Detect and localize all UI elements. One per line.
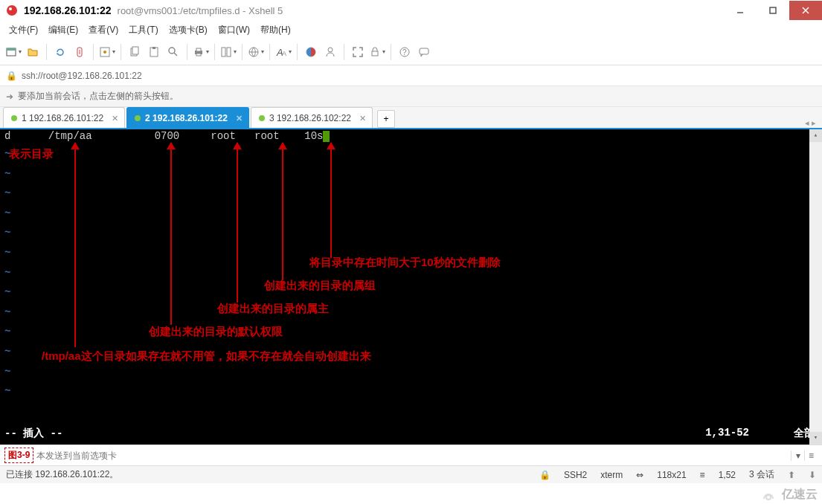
hint-bar: ➜ 要添加当前会话，点击左侧的箭头按钮。: [0, 86, 822, 107]
tab-add-button[interactable]: +: [377, 110, 395, 128]
tab-close-icon[interactable]: ✕: [112, 114, 118, 123]
lock-button[interactable]: [368, 43, 386, 61]
compose-bar: 图3-9 ▾ ≡: [0, 445, 822, 465]
tab-close-icon[interactable]: ✕: [359, 114, 366, 123]
svg-rect-19: [196, 48, 201, 51]
menu-tools[interactable]: 工具(T): [129, 24, 158, 36]
reconnect-button[interactable]: [51, 43, 69, 61]
menu-file[interactable]: 文件(F): [9, 24, 38, 36]
status-dot-icon: [259, 115, 265, 121]
annotation-owner: 创建出来的目录的属主: [217, 302, 329, 316]
scrollbar-track[interactable]: [809, 142, 822, 432]
open-button[interactable]: [24, 43, 42, 61]
annotation-group: 创建出来的目录的属组: [264, 279, 376, 293]
menu-tab[interactable]: 选项卡(B): [169, 24, 208, 36]
svg-point-11: [103, 51, 106, 54]
layout-button[interactable]: [219, 43, 237, 61]
tab-label: 3 192.168.26.102:22: [269, 113, 351, 123]
terminal-status: -- 插入 -- 1,31-52 全部: [4, 427, 815, 440]
session-down-icon[interactable]: ⬇: [809, 470, 816, 480]
compose-input[interactable]: [36, 450, 791, 461]
tab-label: 2 192.168.26.101:22: [145, 113, 228, 123]
find-button[interactable]: [164, 43, 182, 61]
help-button[interactable]: ?: [396, 43, 414, 61]
figure-label: 图3-9: [4, 448, 33, 463]
scrollbar[interactable]: ▴ ▾: [809, 129, 822, 445]
chat-button[interactable]: [415, 43, 433, 61]
toolbar: AA ?: [0, 39, 822, 65]
title-main: 192.168.26.101:22: [24, 4, 112, 16]
terminal-tildes: ~ ~ ~ ~ ~ ~ ~ ~ ~ ~ ~ ~ ~: [4, 144, 10, 401]
svg-rect-15: [152, 47, 155, 49]
status-connection: 已连接 192.168.26.101:22。: [6, 468, 526, 481]
menu-bar: 文件(F) 编辑(E) 查看(V) 工具(T) 选项卡(B) 窗口(W) 帮助(…: [0, 21, 822, 39]
menu-view[interactable]: 查看(V): [89, 24, 118, 36]
lock-icon: 🔒: [539, 470, 550, 480]
arrow-icon: [74, 143, 76, 347]
tab-2[interactable]: 2 192.168.26.101:22 ✕: [126, 107, 249, 128]
status-term: xterm: [600, 470, 623, 480]
svg-text:A: A: [282, 50, 286, 57]
cursor: [323, 131, 330, 142]
window-controls: [724, 1, 822, 20]
svg-rect-20: [196, 54, 201, 56]
session-up-icon[interactable]: ⬆: [788, 470, 795, 480]
title-sub: root@vms001:/etc/tmpfiles.d - Xshell 5: [118, 5, 283, 16]
encoding-button[interactable]: [247, 43, 265, 61]
menu-help[interactable]: 帮助(H): [260, 24, 291, 36]
status-size: 118x21: [657, 470, 686, 480]
vim-position: 1,31-52: [705, 427, 749, 440]
minimize-button[interactable]: [724, 1, 757, 20]
hint-arrow-icon[interactable]: ➜: [6, 91, 13, 102]
properties-button[interactable]: [98, 43, 116, 61]
rows-icon: ≡: [700, 470, 705, 480]
tab-nav[interactable]: ◂ ▸: [805, 118, 816, 128]
address-url[interactable]: ssh://root@192.168.26.101:22: [22, 71, 816, 81]
svg-rect-28: [372, 51, 378, 56]
compose-dropdown[interactable]: ▾: [791, 450, 804, 461]
tab-label: 1 192.168.26.101:22: [22, 113, 103, 123]
fullscreen-button[interactable]: [349, 43, 367, 61]
font-button[interactable]: AA: [274, 43, 292, 61]
lock-icon: 🔒: [6, 71, 17, 81]
print-button[interactable]: [192, 43, 210, 61]
copy-button[interactable]: [126, 43, 144, 61]
close-button[interactable]: [789, 1, 822, 20]
svg-rect-22: [227, 48, 231, 56]
status-dot-icon: [11, 115, 17, 121]
scroll-down-button[interactable]: ▾: [809, 432, 822, 445]
status-dot-icon: [135, 115, 141, 121]
svg-rect-3: [770, 7, 776, 13]
status-bar: 已连接 192.168.26.101:22。 🔒 SSH2 xterm ⇔ 11…: [0, 465, 822, 483]
arrow-icon: [282, 143, 283, 280]
maximize-button[interactable]: [757, 1, 789, 20]
watermark: 亿速云: [758, 487, 818, 503]
new-session-button[interactable]: [4, 43, 22, 61]
scroll-up-button[interactable]: ▴: [809, 129, 822, 142]
svg-point-32: [766, 495, 771, 500]
svg-rect-7: [7, 48, 16, 51]
paste-button[interactable]: [145, 43, 163, 61]
svg-point-1: [9, 7, 12, 10]
svg-rect-21: [222, 48, 225, 56]
disconnect-button[interactable]: [71, 43, 89, 61]
tab-3[interactable]: 3 192.168.26.102:22 ✕: [251, 107, 373, 128]
annotation-path: /tmp/aa这个目录如果存在就不用管，如果不存在就会自动创建出来: [42, 349, 371, 364]
annotation-type: 表示目录: [9, 147, 54, 161]
arrow-icon: [170, 143, 172, 325]
tab-close-icon[interactable]: ✕: [236, 114, 243, 123]
annotation-mode: 创建出来的目录的默认权限: [149, 325, 283, 339]
app-icon: [6, 4, 18, 16]
terminal[interactable]: d /tmp/aa 0700 root root 10s ~ ~ ~ ~ ~ ~…: [0, 129, 822, 445]
menu-edit[interactable]: 编辑(E): [48, 24, 78, 36]
annotation-age: 将目录中存在时间大于10秒的文件删除: [309, 256, 501, 270]
tab-bar: 1 192.168.26.101:22 ✕ 2 192.168.26.101:2…: [0, 107, 822, 129]
svg-point-27: [328, 48, 333, 52]
menu-window[interactable]: 窗口(W): [218, 24, 250, 36]
svg-line-17: [174, 53, 177, 56]
tab-1[interactable]: 1 192.168.26.101:22 ✕: [3, 107, 125, 128]
compose-menu[interactable]: ≡: [804, 450, 818, 461]
user-button[interactable]: [321, 43, 339, 61]
color-button[interactable]: [302, 43, 320, 61]
status-rows: 1,52: [719, 470, 736, 480]
